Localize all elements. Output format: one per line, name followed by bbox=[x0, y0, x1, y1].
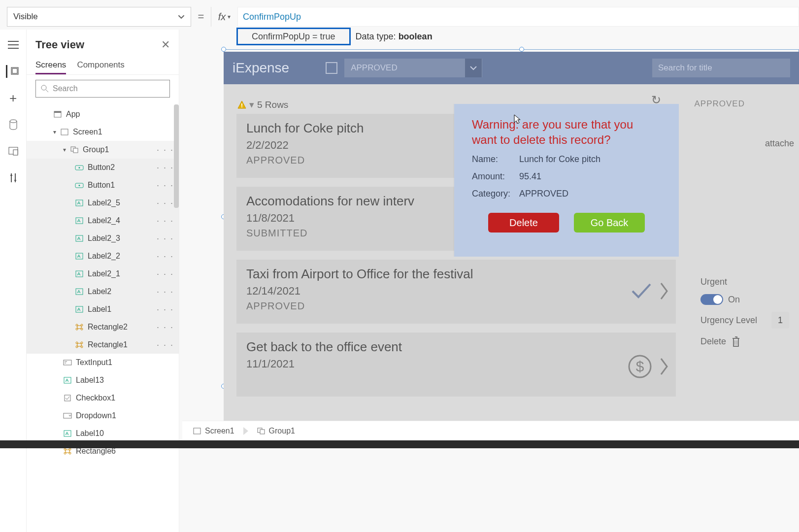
tree-item-label2_3[interactable]: Label2_3· · · bbox=[27, 230, 179, 247]
tree-item-rectangle1[interactable]: Rectangle1· · · bbox=[27, 336, 179, 354]
media-icon[interactable] bbox=[7, 145, 20, 158]
app-checkbox[interactable] bbox=[326, 62, 337, 74]
tab-screens[interactable]: Screens bbox=[35, 57, 66, 74]
canvas[interactable]: iExpense APPROVED Search for title ▾ 5 R… bbox=[182, 47, 799, 433]
formula-text: ConfirmPopUp bbox=[243, 12, 301, 22]
more-icon[interactable]: · · · bbox=[157, 287, 174, 297]
fx-button[interactable]: fx▾ bbox=[211, 7, 237, 27]
tree-item-label: Label10 bbox=[76, 429, 104, 438]
tree-item-label1[interactable]: Label1· · · bbox=[27, 300, 179, 318]
property-selector[interactable]: Visible bbox=[7, 7, 191, 27]
tree-search-input[interactable]: Search bbox=[35, 80, 170, 98]
close-icon[interactable]: ✕ bbox=[161, 38, 170, 51]
tree-view-icon[interactable] bbox=[6, 65, 19, 78]
more-icon[interactable]: · · · bbox=[157, 180, 174, 191]
more-icon[interactable]: · · · bbox=[157, 216, 174, 226]
breadcrumb-separator bbox=[243, 427, 248, 435]
hamburger-icon[interactable] bbox=[7, 38, 20, 51]
button-icon bbox=[75, 181, 84, 190]
search-icon bbox=[41, 85, 49, 93]
formula-bar[interactable]: ConfirmPopUp bbox=[237, 7, 799, 27]
svg-rect-7 bbox=[54, 111, 61, 113]
urgent-toggle[interactable] bbox=[700, 294, 723, 305]
tree-item-label2_5[interactable]: Label2_5· · · bbox=[27, 194, 179, 212]
checkbox-icon bbox=[63, 394, 72, 402]
chevron-right-icon[interactable] bbox=[659, 281, 669, 301]
go-back-button[interactable]: Go Back bbox=[574, 213, 645, 233]
tree-item-button2[interactable]: Button2· · · bbox=[27, 159, 179, 176]
chevron-down-icon bbox=[178, 13, 185, 20]
tree-item-label2_1[interactable]: Label2_1· · · bbox=[27, 265, 179, 283]
svg-rect-4 bbox=[13, 150, 18, 155]
chevron-right-icon[interactable] bbox=[659, 357, 669, 376]
delete-label: Delete bbox=[700, 336, 726, 347]
trash-icon[interactable] bbox=[731, 335, 741, 347]
tree-item-label2_4[interactable]: Label2_4· · · bbox=[27, 212, 179, 230]
svg-rect-46 bbox=[194, 428, 200, 434]
dollar-icon[interactable]: $ bbox=[628, 354, 652, 379]
svg-rect-41 bbox=[66, 450, 69, 453]
breadcrumb-segment[interactable]: Screen1 bbox=[189, 427, 238, 435]
tree-item-screen1[interactable]: ▾Screen1 bbox=[27, 123, 179, 141]
delete-button[interactable]: Delete bbox=[488, 213, 559, 233]
property-selector-value: Visible bbox=[13, 12, 38, 22]
label-icon bbox=[75, 305, 84, 314]
tree-item-label2[interactable]: Label2· · · bbox=[27, 283, 179, 300]
tree-item-label10[interactable]: Label10 bbox=[27, 425, 179, 442]
data-icon[interactable] bbox=[7, 118, 20, 131]
tree-item-textinput1[interactable]: TextInput1 bbox=[27, 354, 179, 371]
insert-icon[interactable]: + bbox=[7, 92, 20, 104]
tree-item-label: Label2_1 bbox=[88, 269, 120, 278]
rows-count: ▾ 5 Rows bbox=[237, 99, 288, 110]
app-filter-value: APPROVED bbox=[351, 63, 397, 73]
svg-rect-42 bbox=[241, 103, 242, 106]
formula-eval-text: ConfirmPopUp = true bbox=[252, 32, 335, 41]
tree-item-app[interactable]: App bbox=[27, 105, 179, 123]
tree-item-label2_2[interactable]: Label2_2· · · bbox=[27, 247, 179, 265]
tree-panel: Tree view ✕ Screens Components Search Ap… bbox=[27, 30, 179, 532]
popup-category-key: Category: bbox=[472, 189, 519, 199]
more-icon[interactable]: · · · bbox=[157, 163, 174, 173]
check-icon[interactable] bbox=[631, 281, 652, 301]
tree-item-label: Button2 bbox=[88, 163, 115, 172]
formula-eval-box: ConfirmPopUp = true bbox=[236, 28, 351, 45]
svg-point-12 bbox=[79, 167, 80, 168]
list-item[interactable]: Taxi from Airport to Office for the fest… bbox=[236, 260, 676, 324]
more-icon[interactable]: · · · bbox=[157, 269, 174, 279]
tree-item-rectangle2[interactable]: Rectangle2· · · bbox=[27, 318, 179, 336]
breadcrumb-segment[interactable]: Group1 bbox=[253, 427, 299, 435]
more-icon[interactable]: · · · bbox=[157, 304, 174, 315]
selection-handle[interactable] bbox=[519, 47, 524, 52]
list-item[interactable]: Get back to the office event 11/1/2021 $ bbox=[236, 332, 676, 397]
more-icon[interactable]: · · · bbox=[157, 322, 174, 332]
tree-item-button1[interactable]: Button1· · · bbox=[27, 176, 179, 194]
popup-name-key: Name: bbox=[472, 154, 519, 165]
more-icon[interactable]: · · · bbox=[157, 145, 174, 155]
tree-item-label: Rectangle1 bbox=[88, 340, 128, 349]
svg-rect-8 bbox=[61, 129, 68, 135]
popup-amount-value: 95.41 bbox=[519, 171, 541, 182]
more-icon[interactable]: · · · bbox=[157, 340, 174, 350]
tab-components[interactable]: Components bbox=[77, 57, 124, 74]
svg-point-2 bbox=[10, 120, 17, 123]
tree-item-label13[interactable]: Label13 bbox=[27, 371, 179, 389]
urgency-level-value[interactable]: 1 bbox=[771, 312, 789, 329]
tree-item-checkbox1[interactable]: Checkbox1 bbox=[27, 389, 179, 407]
app-search-input[interactable]: Search for title bbox=[652, 59, 790, 77]
more-icon[interactable]: · · · bbox=[157, 198, 174, 208]
textinput-icon bbox=[63, 358, 72, 367]
svg-rect-10 bbox=[73, 148, 78, 153]
popup-name-value: Lunch for Coke pitch bbox=[519, 154, 600, 165]
tree-item-label: Dropdown1 bbox=[76, 411, 116, 420]
scrollbar-thumb[interactable] bbox=[174, 104, 179, 208]
tree-item-group1[interactable]: ▾Group1· · · bbox=[27, 141, 179, 159]
chevron-down-icon: ▾ bbox=[53, 129, 56, 135]
more-icon[interactable]: · · · bbox=[157, 233, 174, 244]
more-icon[interactable]: · · · bbox=[157, 251, 174, 262]
tree-item-label: Button1 bbox=[88, 181, 115, 190]
app-filter-dropdown[interactable]: APPROVED bbox=[344, 59, 482, 77]
tree-item-dropdown1[interactable]: Dropdown1 bbox=[27, 407, 179, 425]
chevron-down-icon: ▾ bbox=[249, 99, 254, 110]
selection-handle[interactable] bbox=[221, 47, 226, 52]
tools-icon[interactable] bbox=[7, 171, 20, 184]
